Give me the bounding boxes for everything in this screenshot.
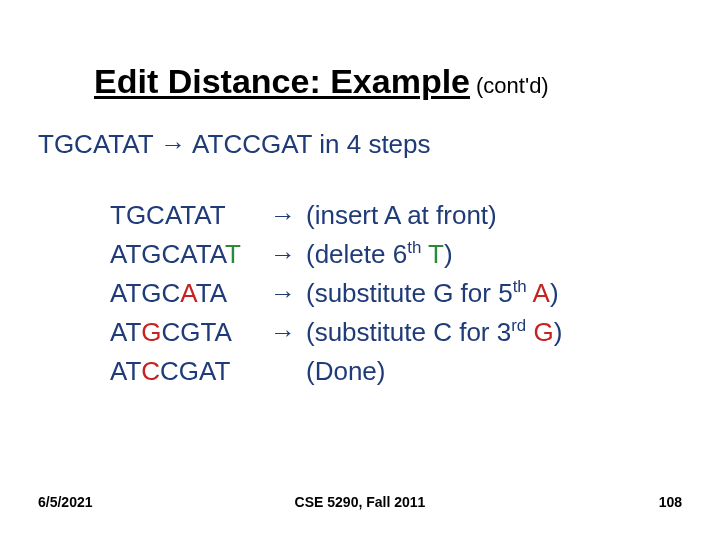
step-row: ATGCATA→(substitute G for 5th A) [110,274,682,313]
slide-title: Edit Distance: Example [94,62,470,101]
arrow-icon: → [270,313,306,352]
slide-title-cont: (cont'd) [476,73,549,99]
desc-run: rd [511,316,526,335]
intro-from: TGCATAT [38,129,153,159]
seq-run: TA [196,278,227,308]
desc-run: (substitute G for 5 [306,278,513,308]
arrow-icon: → [270,235,306,274]
seq-run: C [141,356,160,386]
seq-run: G [141,317,161,347]
seq-run: AT [110,317,141,347]
step-sequence: TGCATAT [110,196,270,235]
seq-run: AT [110,356,141,386]
desc-run: (substitute C for 3 [306,317,511,347]
step-description: (Done) [306,352,682,391]
seq-run: ATGC [110,278,180,308]
arrow-icon: → [160,129,186,159]
desc-run: (delete 6 [306,239,407,269]
footer: 6/5/2021 CSE 5290, Fall 2011 108 [0,494,720,510]
seq-run: CGAT [160,356,230,386]
steps-list: TGCATAT→(insert A at front)ATGCATAT→(del… [110,196,682,391]
seq-run: TGCATAT [110,200,226,230]
footer-course: CSE 5290, Fall 2011 [295,494,426,510]
step-sequence: ATGCATAT [110,235,270,274]
desc-run: ) [444,239,453,269]
intro-tail: in 4 steps [319,129,430,159]
desc-run: th [407,238,421,257]
step-sequence: ATCCGAT [110,352,270,391]
footer-date: 6/5/2021 [38,494,93,510]
intro-to: ATCCGAT [192,129,312,159]
step-row: ATGCGTA→(substitute C for 3rd G) [110,313,682,352]
desc-run: T [428,239,444,269]
arrow-icon [270,352,306,391]
seq-run: A [180,278,195,308]
desc-run: th [513,277,527,296]
step-row: ATGCATAT→(delete 6th T) [110,235,682,274]
slide-title-row: Edit Distance: Example (cont'd) [94,62,682,101]
step-description: (delete 6th T) [306,235,682,274]
step-description: (insert A at front) [306,196,682,235]
step-description: (substitute G for 5th A) [306,274,682,313]
step-row: TGCATAT→(insert A at front) [110,196,682,235]
step-sequence: ATGCATA [110,274,270,313]
footer-page: 108 [659,494,682,510]
seq-run: T [225,239,241,269]
desc-run: ) [554,317,563,347]
desc-run: A [533,278,550,308]
step-row: ATCCGAT(Done) [110,352,682,391]
desc-run: (Done) [306,356,385,386]
desc-run: G [533,317,553,347]
seq-run: ATGCATA [110,239,225,269]
desc-run: ) [550,278,559,308]
slide: Edit Distance: Example (cont'd) TGCATAT … [0,0,720,540]
step-description: (substitute C for 3rd G) [306,313,682,352]
arrow-icon: → [270,274,306,313]
seq-run: CGTA [162,317,232,347]
step-sequence: ATGCGTA [110,313,270,352]
desc-run: (insert A at front) [306,200,497,230]
intro-line: TGCATAT → ATCCGAT in 4 steps [38,129,682,160]
arrow-icon: → [270,196,306,235]
